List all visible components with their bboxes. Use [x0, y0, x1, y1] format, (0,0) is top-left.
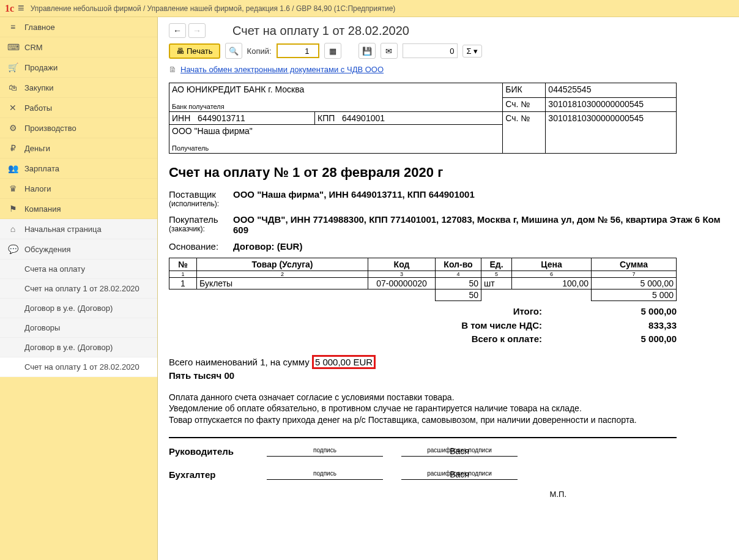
section-icon: ♛	[7, 184, 18, 193]
section-icon: 👥	[7, 163, 18, 173]
preview-button[interactable]: 🔍	[225, 43, 242, 59]
sidebar-item-Обсуждения[interactable]: 💬Обсуждения	[0, 239, 157, 259]
sidebar-item-Счета на оплату[interactable]: Счета на оплату	[0, 259, 157, 279]
corr-acc: 30101810300000000545	[546, 97, 677, 112]
section-icon: ⌨	[7, 42, 18, 52]
section-icon: 💬	[7, 244, 18, 254]
items-table: №Товар (Услуга)КодКол-воЕд.ЦенаСумма 123…	[169, 258, 677, 301]
sidebar-item-Продажи[interactable]: 🛒Продажи	[0, 58, 157, 78]
highlighted-amount: 5 000,00 EUR	[312, 355, 376, 369]
content-area: ← → Счет на оплату 1 от 28.02.2020 🖶 Печ…	[158, 17, 739, 560]
sidebar-item-Договор в у.е. (Договор)[interactable]: Договор в у.е. (Договор)	[0, 299, 157, 318]
section-icon: ⚑	[7, 204, 18, 214]
bank-details-table: АО ЮНИКРЕДИТ БАНК г. Москва Банк получат…	[169, 83, 677, 154]
app-title: Управление небольшой фирмой / Управление…	[31, 4, 396, 13]
sidebar-item-Главное[interactable]: ≡Главное	[0, 17, 157, 37]
summary-words: Пять тысяч 00	[169, 370, 728, 381]
sidebar-item-Начальная страница[interactable]: ⌂Начальная страница	[0, 219, 157, 239]
acc-label-1: Сч. №	[503, 97, 546, 112]
sidebar-item-Производство[interactable]: ⚙Производство	[0, 118, 157, 138]
invoice-document: АО ЮНИКРЕДИТ БАНК г. Москва Банк получат…	[169, 83, 728, 499]
copies-label: Копий:	[247, 47, 272, 56]
toolbar: 🖶 Печать 🔍 Копий: ▦ 💾 ✉ Σ ▾	[169, 43, 728, 59]
bank-caption: Банк получателя	[172, 103, 500, 110]
nav-back-button[interactable]: ←	[169, 23, 186, 38]
section-icon: 🛍	[7, 83, 18, 92]
sidebar-item-Счет на оплату 1 от 28.02.2020[interactable]: Счет на оплату 1 от 28.02.2020	[0, 279, 157, 299]
section-icon: ⌂	[7, 224, 18, 234]
summary-line: Всего наименований 1, на сумму 5 000,00 …	[169, 355, 728, 369]
titlebar: 1с ≡ Управление небольшой фирмой / Управ…	[0, 0, 739, 17]
company-name: ООО "Наша фирма"	[172, 126, 500, 136]
buyer-value: ООО "ЧДВ", ИНН 7714988300, КПП 771401001…	[233, 214, 728, 235]
printer-icon: 🖶	[176, 47, 184, 56]
edi-link[interactable]: Начать обмен электронными документами с …	[180, 65, 384, 74]
invoice-title: Счет на оплату № 1 от 28 февраля 2020 г	[169, 165, 728, 181]
sidebar-item-Компания[interactable]: ⚑Компания	[0, 199, 157, 219]
section-icon: ⚙	[7, 123, 18, 133]
section-icon: 🛒	[7, 62, 18, 72]
sidebar-item-Работы[interactable]: ✕Работы	[0, 98, 157, 118]
section-icon: ✕	[7, 103, 18, 113]
print-button[interactable]: 🖶 Печать	[169, 43, 220, 59]
sidebar-item-Зарплата[interactable]: 👥Зарплата	[0, 159, 157, 179]
sidebar-item-Счет на оплату 1 от 28.02.2020[interactable]: Счет на оплату 1 от 28.02.2020	[0, 357, 157, 377]
bik-label: БИК	[503, 83, 546, 98]
page-title: Счет на оплату 1 от 28.02.2020	[232, 24, 409, 38]
basis-value: Договор: (EUR)	[233, 241, 728, 252]
section-icon: ≡	[7, 22, 18, 32]
menu-icon[interactable]: ≡	[18, 2, 24, 15]
recipient-caption: Получатель	[172, 144, 500, 152]
sigma-button[interactable]: Σ ▾	[462, 45, 483, 58]
extra-input[interactable]	[403, 43, 458, 58]
logo-1c: 1с	[5, 3, 14, 14]
sidebar-item-Договор в у.е. (Договор)[interactable]: Договор в у.е. (Договор)	[0, 338, 157, 357]
sidebar-item-Налоги[interactable]: ♛Налоги	[0, 179, 157, 199]
director-label: Руководитель	[169, 446, 267, 457]
payment-notice: Оплата данного счета означает согласие с…	[169, 392, 728, 427]
sidebar-item-Закупки[interactable]: 🛍Закупки	[0, 78, 157, 98]
acc-label-2: Сч. №	[503, 112, 546, 154]
sidebar: ≡Главное⌨CRM🛒Продажи🛍Закупки✕Работы⚙Прои…	[0, 17, 158, 560]
document-icon: 🗎	[169, 65, 177, 74]
bik-value: 044525545	[546, 83, 677, 98]
copies-input[interactable]	[277, 43, 319, 58]
bank-name: АО ЮНИКРЕДИТ БАНК г. Москва	[172, 84, 500, 94]
sidebar-item-CRM[interactable]: ⌨CRM	[0, 37, 157, 58]
grid-button[interactable]: ▦	[324, 43, 341, 59]
supplier-value: ООО "Наша фирма", ИНН 6449013711, КПП 64…	[233, 189, 728, 208]
stamp-mp: М.П.	[169, 490, 566, 499]
sidebar-item-Деньги[interactable]: ₽Деньги	[0, 138, 157, 159]
section-icon: ₽	[7, 143, 18, 153]
settlement-acc: 30101810300000000545	[546, 112, 677, 154]
sidebar-item-Договоры[interactable]: Договоры	[0, 318, 157, 338]
nav-forward-button[interactable]: →	[188, 23, 206, 38]
accountant-label: Бухгалтер	[169, 469, 267, 480]
save-button[interactable]: 💾	[358, 43, 376, 59]
email-button[interactable]: ✉	[381, 43, 398, 59]
